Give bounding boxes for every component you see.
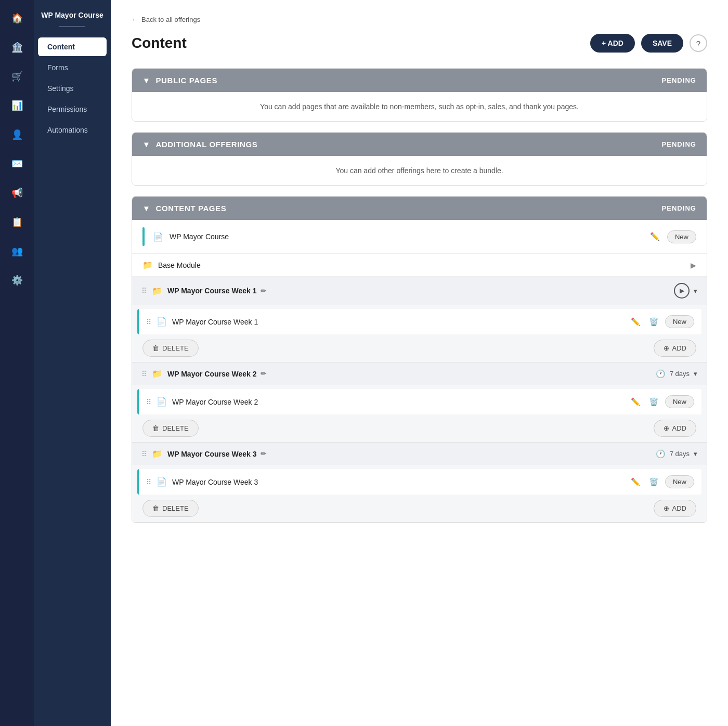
public-pages-title: PUBLIC PAGES [155, 76, 217, 85]
module-week1-title: WP Mayor Course Week 1 [167, 287, 256, 295]
module-week3-footer: 🗑 DELETE ⊕ ADD [132, 495, 707, 522]
module-folder-icon: 📁 [152, 369, 162, 379]
lesson-week1-delete-button[interactable]: 🗑️ [647, 316, 661, 328]
module-week2-edit-icon[interactable]: ✏ [261, 370, 266, 378]
public-pages-body: You can add pages that are available to … [132, 92, 707, 121]
collapse-icon: ▼ [142, 76, 150, 85]
lesson-week2-actions: ✏️ 🗑️ New [629, 395, 694, 408]
cart-icon[interactable]: 🛒 [8, 68, 26, 85]
add-label: ADD [672, 504, 686, 512]
module-week1-add-button[interactable]: ⊕ ADD [654, 340, 696, 357]
lesson-week2-delete-button[interactable]: 🗑️ [647, 396, 661, 408]
content-icon[interactable]: 📋 [8, 213, 26, 231]
add-label: ADD [672, 344, 686, 352]
lesson-week3-inner: ⠿ 📄 WP Mayor Course Week 3 ✏️ 🗑️ New [139, 469, 701, 495]
module-week2-add-button[interactable]: ⊕ ADD [654, 420, 696, 437]
content-pages-title: CONTENT PAGES [155, 204, 226, 213]
additional-offerings-header[interactable]: ▼ ADDITIONAL OFFERINGS PENDING [132, 133, 707, 156]
top-page-name: WP Mayor Course [170, 232, 642, 241]
sidebar-item-permissions[interactable]: Permissions [38, 100, 107, 119]
lesson-week2-badge: New [665, 395, 694, 408]
top-page-edit-button[interactable]: ✏️ [648, 231, 662, 242]
sidebar-nav: Content Forms Settings Permissions Autom… [34, 36, 111, 140]
page-title: Content [132, 35, 187, 51]
megaphone-icon[interactable]: 📢 [8, 184, 26, 202]
lesson-week3-badge: New [665, 475, 694, 488]
lesson-week3-actions: ✏️ 🗑️ New [629, 475, 694, 488]
module-week2-delete-button[interactable]: 🗑 DELETE [142, 420, 199, 437]
user-icon[interactable]: 👤 [8, 126, 26, 144]
top-page-actions: ✏️ New [648, 230, 696, 243]
trash-icon: 🗑 [152, 344, 159, 352]
back-arrow-icon: ← [132, 16, 138, 23]
module-week1-play-button[interactable]: ▶ [674, 283, 690, 299]
module-week2-chevron-icon[interactable]: ▾ [694, 370, 697, 378]
module-week1-edit-icon[interactable]: ✏ [261, 287, 266, 295]
delete-label: DELETE [162, 344, 189, 352]
settings-icon[interactable]: ⚙️ [8, 271, 26, 289]
help-button[interactable]: ? [690, 34, 707, 52]
folder-icon: 📁 [142, 260, 153, 270]
trash-icon: 🗑 [152, 424, 159, 432]
delete-label: DELETE [162, 424, 189, 432]
analytics-icon[interactable]: 📊 [8, 97, 26, 114]
lesson-week3-edit-button[interactable]: ✏️ [629, 476, 643, 488]
drag-handle-icon[interactable]: ⠿ [141, 450, 147, 458]
back-link-label: Back to all offerings [141, 16, 200, 23]
additional-offerings-status: PENDING [661, 140, 696, 148]
add-label: ADD [672, 424, 686, 432]
additional-offerings-description: You can add other offerings here to crea… [335, 166, 503, 175]
lesson-week2-inner: ⠿ 📄 WP Mayor Course Week 2 ✏️ 🗑️ New [139, 389, 701, 414]
home-icon[interactable]: 🏠 [8, 9, 26, 27]
trash-icon: 🗑 [152, 504, 159, 512]
page-header: Content + ADD SAVE ? [132, 34, 707, 53]
module-week3-edit-icon[interactable]: ✏ [261, 450, 266, 458]
module-week2-title: WP Mayor Course Week 2 [167, 370, 256, 378]
lesson-week2-edit-button[interactable]: ✏️ [629, 396, 643, 408]
module-week2-timing: 7 days [670, 370, 690, 378]
module-week3-add-button[interactable]: ⊕ ADD [654, 500, 696, 517]
group-icon[interactable]: 👥 [8, 242, 26, 260]
public-pages-header[interactable]: ▼ PUBLIC PAGES PENDING [132, 69, 707, 92]
sidebar-item-settings[interactable]: Settings [38, 79, 107, 98]
public-pages-section: ▼ PUBLIC PAGES PENDING You can add pages… [132, 68, 707, 122]
mail-icon[interactable]: ✉️ [8, 155, 26, 173]
public-pages-title-group: ▼ PUBLIC PAGES [142, 76, 217, 85]
lesson-week3-wrapper: ⠿ 📄 WP Mayor Course Week 3 ✏️ 🗑️ New [137, 469, 701, 495]
module-week3-delete-button[interactable]: 🗑 DELETE [142, 500, 199, 517]
lesson-drag-handle-icon[interactable]: ⠿ [146, 398, 151, 406]
module-week1-delete-button[interactable]: 🗑 DELETE [142, 340, 199, 357]
base-module-row[interactable]: 📁 Base Module ▶ [132, 254, 707, 277]
lesson-week1-name: WP Mayor Course Week 1 [172, 318, 623, 326]
module-week1-title-group: WP Mayor Course Week 1 ✏ [167, 287, 669, 295]
add-button[interactable]: + ADD [590, 34, 635, 53]
sidebar-item-forms[interactable]: Forms [38, 58, 107, 77]
module-week2-header: ⠿ 📁 WP Mayor Course Week 2 ✏ 🕐 7 days ▾ [132, 362, 707, 385]
sidebar-item-content[interactable]: Content [38, 37, 107, 56]
module-week1: ⠿ 📁 WP Mayor Course Week 1 ✏ ▶ ▾ ⠿ [132, 277, 707, 362]
lesson-drag-handle-icon[interactable]: ⠿ [146, 478, 151, 486]
lesson-drag-handle-icon[interactable]: ⠿ [146, 318, 151, 326]
chevron-right-icon: ▶ [691, 261, 696, 269]
module-week1-chevron-icon[interactable]: ▾ [694, 287, 697, 295]
module-week3-chevron-icon[interactable]: ▾ [694, 450, 697, 458]
module-week2-title-group: WP Mayor Course Week 2 ✏ [167, 370, 651, 378]
module-folder-icon: 📁 [152, 449, 162, 459]
save-button[interactable]: SAVE [641, 34, 683, 53]
store-icon[interactable]: 🏦 [8, 38, 26, 56]
lesson-week3-delete-button[interactable]: 🗑️ [647, 476, 661, 488]
lesson-week2-name: WP Mayor Course Week 2 [172, 398, 623, 406]
top-page-badge: New [667, 230, 696, 243]
lesson-doc-icon: 📄 [157, 477, 167, 487]
lesson-week1-edit-button[interactable]: ✏️ [629, 316, 643, 328]
content-pages-body: 📄 WP Mayor Course ✏️ New 📁 Base Module ▶… [132, 220, 707, 523]
module-week3-title: WP Mayor Course Week 3 [167, 450, 256, 458]
lesson-week1-wrapper: ⠿ 📄 WP Mayor Course Week 1 ✏️ 🗑️ New [137, 309, 701, 334]
drag-handle-icon[interactable]: ⠿ [141, 287, 147, 295]
content-pages-header[interactable]: ▼ CONTENT PAGES PENDING [132, 197, 707, 220]
lesson-doc-icon: 📄 [157, 397, 167, 407]
drag-handle-icon[interactable]: ⠿ [141, 370, 147, 378]
back-link[interactable]: ← Back to all offerings [132, 16, 707, 23]
collapse-icon: ▼ [142, 140, 150, 149]
sidebar-item-automations[interactable]: Automations [38, 121, 107, 139]
